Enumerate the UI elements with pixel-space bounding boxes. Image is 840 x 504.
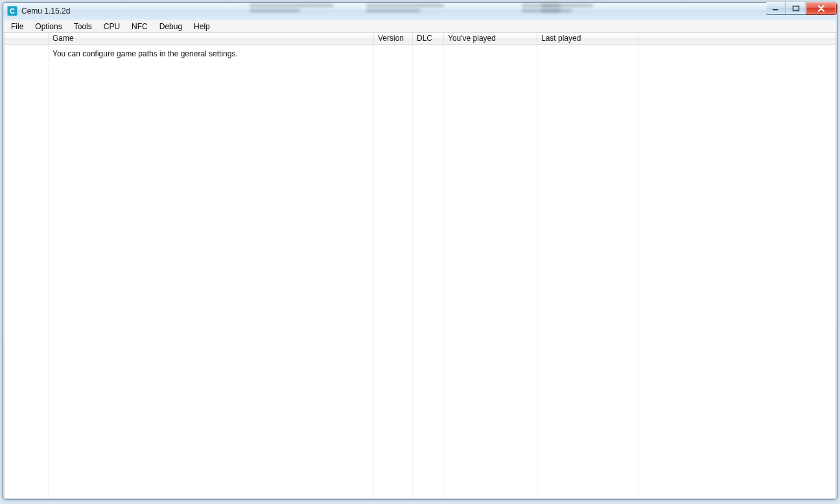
- svg-rect-1: [793, 6, 799, 10]
- empty-list-hint: You can configure game paths in the gene…: [52, 49, 238, 58]
- svg-rect-0: [773, 9, 778, 10]
- column-header-played[interactable]: You've played: [444, 33, 537, 44]
- list-header: Game Version DLC You've played Last play…: [5, 33, 835, 45]
- background-blur: [366, 2, 444, 19]
- column-header-game[interactable]: Game: [49, 33, 374, 44]
- close-button[interactable]: [806, 2, 837, 15]
- column-header-last[interactable]: Last played: [537, 33, 638, 44]
- menu-cpu[interactable]: CPU: [98, 20, 126, 32]
- app-icon: C: [7, 6, 18, 16]
- background-blur: [522, 2, 561, 19]
- column-header-dlc[interactable]: DLC: [413, 33, 444, 44]
- game-list-panel: Game Version DLC You've played Last play…: [4, 32, 836, 499]
- menubar: File Options Tools CPU NFC Debug Help: [4, 19, 836, 32]
- menu-nfc[interactable]: NFC: [126, 20, 154, 32]
- maximize-button[interactable]: [786, 2, 806, 15]
- menu-tools[interactable]: Tools: [68, 20, 98, 32]
- column-header-icon[interactable]: [5, 33, 49, 44]
- background-blur: [250, 2, 334, 19]
- menu-file[interactable]: File: [5, 20, 29, 32]
- app-window: C Cemu 1.15.2d File Options Tools CPU NF…: [3, 2, 837, 500]
- menu-options[interactable]: Options: [29, 20, 67, 32]
- titlebar[interactable]: C Cemu 1.15.2d: [3, 3, 837, 19]
- window-title: Cemu 1.15.2d: [21, 6, 70, 16]
- column-header-spacer[interactable]: [638, 33, 835, 44]
- column-header-version[interactable]: Version: [374, 33, 413, 44]
- window-controls: [766, 2, 837, 15]
- grid-lines: [5, 45, 835, 498]
- menu-help[interactable]: Help: [188, 20, 216, 32]
- minimize-button[interactable]: [766, 2, 786, 15]
- list-body[interactable]: You can configure game paths in the gene…: [5, 45, 835, 498]
- menu-debug[interactable]: Debug: [154, 20, 188, 32]
- background-blur: [541, 2, 593, 19]
